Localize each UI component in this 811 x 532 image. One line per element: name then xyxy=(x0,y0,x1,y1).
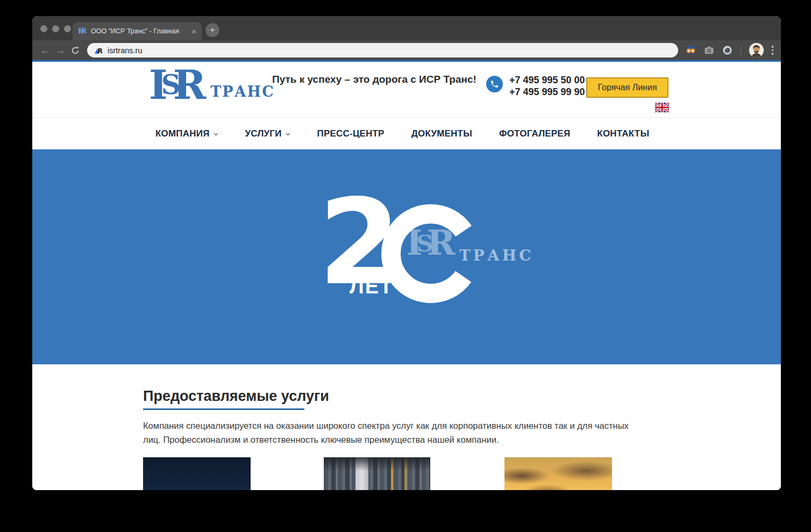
service-thumbnails xyxy=(143,457,670,490)
svg-text:R: R xyxy=(97,47,103,55)
chevron-down-icon xyxy=(214,133,218,136)
service-image-factory-interior[interactable] xyxy=(324,457,430,490)
titlebar: ISR ООО "ИСР Транс" - Главная × + xyxy=(32,16,781,40)
window-controls xyxy=(40,25,71,32)
phone-number-2: +7 495 995 99 90 xyxy=(509,86,585,98)
url-text[interactable]: isrtrans.ru xyxy=(108,46,142,55)
site-favicon-icon: R xyxy=(94,46,103,55)
nav-item-documents[interactable]: ДОКУМЕНТЫ xyxy=(411,128,472,139)
nav-item-contacts[interactable]: КОНТАКТЫ xyxy=(597,128,649,139)
reload-button[interactable] xyxy=(68,46,83,55)
nav-item-press[interactable]: ПРЕСС-ЦЕНТР xyxy=(317,128,385,139)
hero-banner: 2 ЛЕТ ISR ТРАНС xyxy=(32,149,781,364)
english-language-flag-icon[interactable] xyxy=(655,103,669,112)
main-navigation: КОМПАНИЯ УСЛУГИ ПРЕСС-ЦЕНТР ДОКУМЕНТЫ ФО… xyxy=(32,117,781,149)
address-bar[interactable]: R isrtrans.ru xyxy=(87,43,678,57)
browser-toolbar: ← → R isrtrans.ru xyxy=(32,40,781,60)
nav-item-company[interactable]: КОМПАНИЯ xyxy=(155,128,218,139)
hero-brand-text: ТРАНС xyxy=(459,247,533,264)
new-tab-button[interactable]: + xyxy=(205,23,219,37)
phone-icon xyxy=(486,76,503,92)
nav-item-services[interactable]: УСЛУГИ xyxy=(245,128,290,139)
reload-icon xyxy=(70,46,80,55)
section-description: Компания специализируется на оказании ши… xyxy=(143,419,638,447)
zoom-window-button[interactable] xyxy=(64,25,71,32)
phone-block: +7 495 995 50 00 +7 495 995 99 90 xyxy=(486,74,585,98)
back-button[interactable]: ← xyxy=(38,45,53,56)
minimize-window-button[interactable] xyxy=(52,25,59,32)
isr-monogram-icon: ISR xyxy=(397,228,465,257)
phone-number-1: +7 495 995 50 00 xyxy=(509,74,585,86)
browser-tab[interactable]: ISR ООО "ИСР Транс" - Главная × xyxy=(73,22,202,40)
extension-camera-icon[interactable] xyxy=(704,45,714,55)
section-title: Предоставляемые услуги xyxy=(143,388,670,404)
tab-title: ООО "ИСР Транс" - Главная xyxy=(91,27,187,35)
forward-button[interactable]: → xyxy=(53,45,68,56)
service-image-sunset-sky[interactable] xyxy=(504,457,612,490)
title-underline xyxy=(143,408,304,410)
browser-menu-button[interactable] xyxy=(772,46,774,55)
logo-text: ТРАНС xyxy=(210,83,274,100)
isr-monogram-icon: ISR xyxy=(149,68,206,102)
tab-favicon-icon: ISR xyxy=(78,27,87,35)
tab-close-icon[interactable]: × xyxy=(191,27,196,35)
years-label: ЛЕТ xyxy=(350,275,393,298)
browser-window: ISR ООО "ИСР Транс" - Главная × + ← → R … xyxy=(32,16,781,490)
extension-mask-icon[interactable] xyxy=(686,45,696,55)
avatar-photo xyxy=(749,43,764,57)
toolbar-divider xyxy=(741,45,741,56)
profile-avatar[interactable] xyxy=(749,43,764,57)
chevron-down-icon xyxy=(286,133,290,136)
site-logo[interactable]: ISR ТРАНС xyxy=(149,68,275,102)
site-header: ISR ТРАНС Путь к успеху – это дорога с И… xyxy=(32,62,781,117)
site-tagline: Путь к успеху – это дорога с ИСР Транс! xyxy=(272,74,476,85)
close-window-button[interactable] xyxy=(40,25,47,32)
service-image-night-industrial[interactable] xyxy=(143,457,251,490)
anniversary-logo: 2 ЛЕТ ISR ТРАНС xyxy=(318,207,533,314)
services-section: Предоставляемые услуги Компания специали… xyxy=(32,364,781,490)
nav-item-photogallery[interactable]: ФОТОГАЛЕРЕЯ xyxy=(499,128,570,139)
extension-record-icon[interactable] xyxy=(722,45,732,55)
hotline-button[interactable]: Горячая Линия xyxy=(586,77,668,98)
